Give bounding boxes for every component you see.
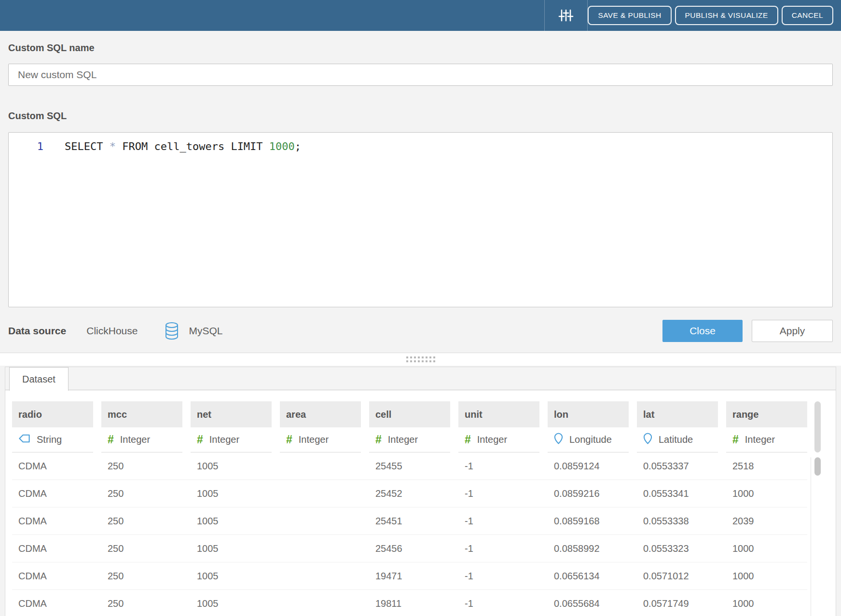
table-cell: 0.0571749	[637, 590, 718, 616]
datasource-mysql[interactable]: MySQL	[189, 325, 222, 337]
custom-sql-form: Custom SQL name Custom SQL 1 SELECT * FR…	[0, 31, 841, 343]
table-cell: 25455	[369, 452, 450, 479]
table-cell: 0.0553323	[637, 535, 718, 562]
close-button[interactable]: Close	[662, 320, 743, 342]
column-type-radio[interactable]: String	[12, 427, 93, 452]
column-type-unit[interactable]: #Integer	[458, 427, 539, 452]
table-cell: 0.0656134	[548, 562, 629, 589]
column-header-lon[interactable]: lon	[548, 401, 629, 427]
database-icon	[165, 322, 179, 340]
table-cell: 19471	[369, 562, 450, 589]
table-cell: -1	[458, 507, 539, 534]
column-header-net[interactable]: net	[191, 401, 272, 427]
table-cell: 0.0553341	[637, 480, 718, 507]
table-cell: -1	[458, 452, 539, 479]
table-row: CDMA250100525455-10.08591240.05533372518	[12, 452, 807, 480]
column-type-mcc[interactable]: #Integer	[101, 427, 182, 452]
integer-type-icon: #	[108, 434, 114, 446]
geo-pin-icon	[643, 432, 652, 447]
column-header-unit[interactable]: unit	[458, 401, 539, 427]
table-cell	[280, 480, 361, 507]
line-number: 1	[9, 139, 43, 154]
table-cell: 0.0571012	[637, 562, 718, 589]
table-cell: 250	[101, 535, 182, 562]
table-row: CDMA250100519811-10.06556840.05717491000	[12, 590, 807, 616]
table-cell: 2518	[726, 452, 807, 479]
table-cell: 250	[101, 562, 182, 589]
column-type-area[interactable]: #Integer	[280, 427, 361, 452]
table-row: CDMA250100525451-10.08591680.05533382039	[12, 507, 807, 535]
table-cell: 1005	[191, 507, 272, 534]
dataset-panel: Dataset radiomccnetareacellunitlonlatran…	[5, 367, 836, 616]
scrollbar-header-block	[814, 401, 821, 452]
table-cell: 0.0553337	[637, 452, 718, 479]
table-cell	[280, 590, 361, 616]
table-cell: 1000	[726, 562, 807, 589]
panel-splitter[interactable]	[0, 353, 841, 366]
column-type-label: Integer	[477, 434, 507, 445]
column-type-label: Integer	[120, 434, 150, 445]
topbar-divider	[544, 0, 545, 31]
table-scrollbar[interactable]	[814, 401, 821, 616]
column-header-range[interactable]: range	[726, 401, 807, 427]
column-header-area[interactable]: area	[280, 401, 361, 427]
drag-handle-dots[interactable]	[406, 356, 435, 362]
table-cell: 25456	[369, 535, 450, 562]
column-type-range[interactable]: #Integer	[726, 427, 807, 452]
table-cell: 0.0859168	[548, 507, 629, 534]
integer-type-icon: #	[375, 434, 382, 446]
table-cell: 0.0553338	[637, 507, 718, 534]
column-type-label: String	[37, 434, 62, 445]
column-type-label: Integer	[388, 434, 418, 445]
table-cell: 1005	[191, 590, 272, 616]
tab-dataset[interactable]: Dataset	[9, 367, 69, 391]
column-header-cell[interactable]: cell	[369, 401, 450, 427]
column-header-lat[interactable]: lat	[637, 401, 718, 427]
custom-sql-name-input[interactable]	[8, 64, 833, 86]
table-cell: CDMA	[12, 507, 93, 534]
datasource-clickhouse[interactable]: ClickHouse	[86, 325, 138, 337]
save-publish-button[interactable]: SAVE & PUBLISH	[588, 6, 671, 25]
column-type-lon[interactable]: Longitude	[548, 427, 629, 452]
column-type-cell[interactable]: #Integer	[369, 427, 450, 452]
column-type-lat[interactable]: Latitude	[637, 427, 718, 452]
publish-visualize-button[interactable]: PUBLISH & VISUALIZE	[675, 6, 778, 25]
cancel-button[interactable]: CANCEL	[782, 6, 833, 25]
integer-type-icon: #	[465, 434, 471, 446]
table-cell	[280, 562, 361, 589]
tab-strip: Dataset	[5, 367, 836, 390]
column-type-label: Latitude	[659, 434, 693, 445]
table-cell: 250	[101, 590, 182, 616]
sliders-icon[interactable]	[558, 7, 574, 24]
table-cell: CDMA	[12, 480, 93, 507]
table-cell: 1005	[191, 535, 272, 562]
table-row: CDMA250100525452-10.08592160.05533411000	[12, 480, 807, 507]
table-cell: 0.0655684	[548, 590, 629, 616]
table-cell: 1005	[191, 480, 272, 507]
column-type-net[interactable]: #Integer	[191, 427, 272, 452]
table-cell: -1	[458, 562, 539, 589]
apply-button[interactable]: Apply	[752, 320, 833, 342]
table-cell: 1005	[191, 562, 272, 589]
table-right-edge	[811, 457, 811, 616]
column-header-mcc[interactable]: mcc	[101, 401, 182, 427]
custom-sql-name-label: Custom SQL name	[8, 31, 833, 55]
table-row: CDMA250100519471-10.06561340.05710121000	[12, 562, 807, 590]
dataset-table: radiomccnetareacellunitlonlatrangeString…	[5, 390, 836, 616]
topbar: SAVE & PUBLISH PUBLISH & VISUALIZE CANCE…	[0, 0, 841, 31]
table-cell: 250	[101, 452, 182, 479]
custom-sql-label: Custom SQL	[8, 86, 833, 123]
table-cell: 25451	[369, 507, 450, 534]
scrollbar-thumb[interactable]	[814, 457, 821, 476]
table-cell: -1	[458, 480, 539, 507]
column-type-label: Integer	[209, 434, 239, 445]
table-cell: 19811	[369, 590, 450, 616]
table-cell: CDMA	[12, 562, 93, 589]
column-type-label: Longitude	[569, 434, 612, 445]
sql-editor[interactable]: 1 SELECT * FROM cell_towers LIMIT 1000;	[8, 132, 833, 307]
integer-type-icon: #	[732, 434, 739, 446]
table-cell: CDMA	[12, 452, 93, 479]
string-type-icon	[18, 433, 30, 446]
column-header-radio[interactable]: radio	[12, 401, 93, 427]
column-type-label: Integer	[745, 434, 775, 445]
